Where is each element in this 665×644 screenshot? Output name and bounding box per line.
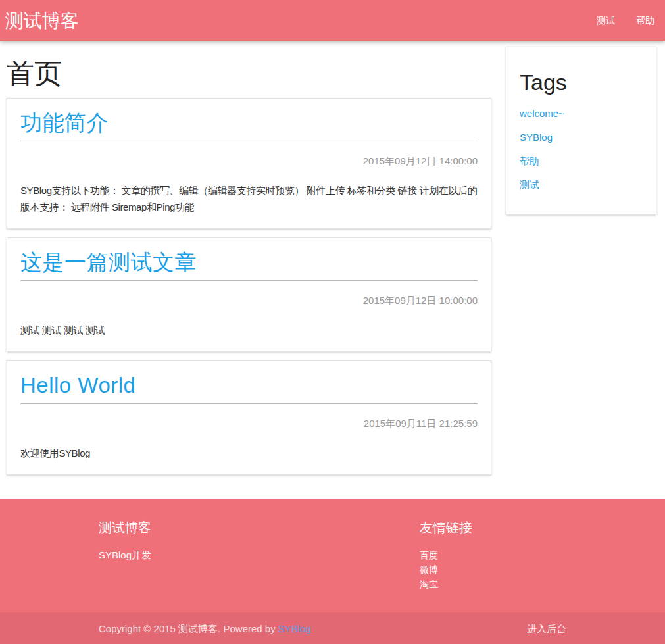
page-body: 首页 功能简介 2015年09月12日 14:00:00 SYBlog支持以下功… <box>0 41 665 499</box>
footer-about: 测试博客 SYBlog开发 <box>99 519 420 591</box>
article-content: SYBlog支持以下功能： 文章的撰写、编辑（编辑器支持实时预览） 附件上传 标… <box>20 182 478 215</box>
copyright-syblog-link[interactable]: SYBlog <box>278 623 311 634</box>
navbar-links: 测试 帮助 <box>576 15 654 27</box>
friend-link[interactable]: 淘宝 <box>420 579 438 589</box>
footer-about-link[interactable]: SYBlog开发 <box>99 549 151 560</box>
article-card: 这是一篇测试文章 2015年09月12日 10:00:00 测试 测试 测试 测… <box>7 237 491 352</box>
article-content: 测试 测试 测试 测试 <box>20 322 478 338</box>
divider <box>20 280 478 281</box>
article-content: 欢迎使用SYBlog <box>20 445 478 461</box>
tags-heading: Tags <box>520 69 643 95</box>
friend-link-item: 百度 <box>420 548 472 562</box>
article-date: 2015年09月12日 10:00:00 <box>20 295 478 305</box>
navbar: 测试博客 测试 帮助 <box>0 0 665 41</box>
friend-links-list: 百度 微博 淘宝 <box>420 548 472 591</box>
tags-list: welcome~ SYBlog 帮助 测试 <box>520 107 643 192</box>
tag-item: welcome~ <box>520 107 643 121</box>
admin-link[interactable]: 进入后台 <box>527 623 566 635</box>
footer-top: 测试博客 SYBlog开发 友情链接 百度 微博 淘宝 <box>0 499 665 612</box>
nav-link-help[interactable]: 帮助 <box>615 15 654 27</box>
article-list: 功能简介 2015年09月12日 14:00:00 SYBlog支持以下功能： … <box>7 98 491 475</box>
bottom-bar: Copyright © 2015 测试博客. Powered by SYBlog… <box>0 612 665 644</box>
article-date: 2015年09月11日 21:25:59 <box>20 418 478 428</box>
tags-panel: Tags welcome~ SYBlog 帮助 测试 <box>506 47 656 215</box>
tag-link[interactable]: welcome~ <box>520 108 564 119</box>
copyright-text: Copyright © 2015 测试博客. Powered by SYBlog <box>99 623 311 635</box>
main-column: 首页 功能简介 2015年09月12日 14:00:00 SYBlog支持以下功… <box>7 41 491 499</box>
copyright-prefix: Copyright © 2015 测试博客. Powered by <box>99 623 278 634</box>
tag-link[interactable]: SYBlog <box>520 132 553 143</box>
page-title: 首页 <box>7 59 491 89</box>
article-title-link[interactable]: Hello World <box>20 373 135 397</box>
tag-link[interactable]: 测试 <box>520 179 539 190</box>
tag-item: 帮助 <box>520 154 643 168</box>
nav-link-test[interactable]: 测试 <box>576 15 615 27</box>
friend-link-item: 微博 <box>420 562 472 577</box>
friend-link[interactable]: 微博 <box>420 564 438 575</box>
sidebar: Tags welcome~ SYBlog 帮助 测试 <box>506 41 656 499</box>
tag-item: SYBlog <box>520 130 643 145</box>
article-card: Hello World 2015年09月11日 21:25:59 欢迎使用SYB… <box>7 360 491 475</box>
footer: 测试博客 SYBlog开发 友情链接 百度 微博 淘宝 Copyright © … <box>0 499 665 644</box>
article-title-link[interactable]: 功能简介 <box>20 111 109 135</box>
article-date: 2015年09月12日 14:00:00 <box>20 156 478 166</box>
article-card: 功能简介 2015年09月12日 14:00:00 SYBlog支持以下功能： … <box>7 98 491 229</box>
footer-about-heading: 测试博客 <box>99 519 420 536</box>
tag-item: 测试 <box>520 178 643 192</box>
site-brand[interactable]: 测试博客 <box>5 9 79 34</box>
tag-link[interactable]: 帮助 <box>520 155 539 166</box>
divider <box>20 403 478 404</box>
friend-link-item: 淘宝 <box>420 577 472 591</box>
friend-link[interactable]: 百度 <box>420 550 438 560</box>
friend-links-heading: 友情链接 <box>420 519 472 536</box>
footer-friend-links: 友情链接 百度 微博 淘宝 <box>420 519 472 591</box>
article-title-link[interactable]: 这是一篇测试文章 <box>20 250 197 274</box>
divider <box>20 141 478 141</box>
